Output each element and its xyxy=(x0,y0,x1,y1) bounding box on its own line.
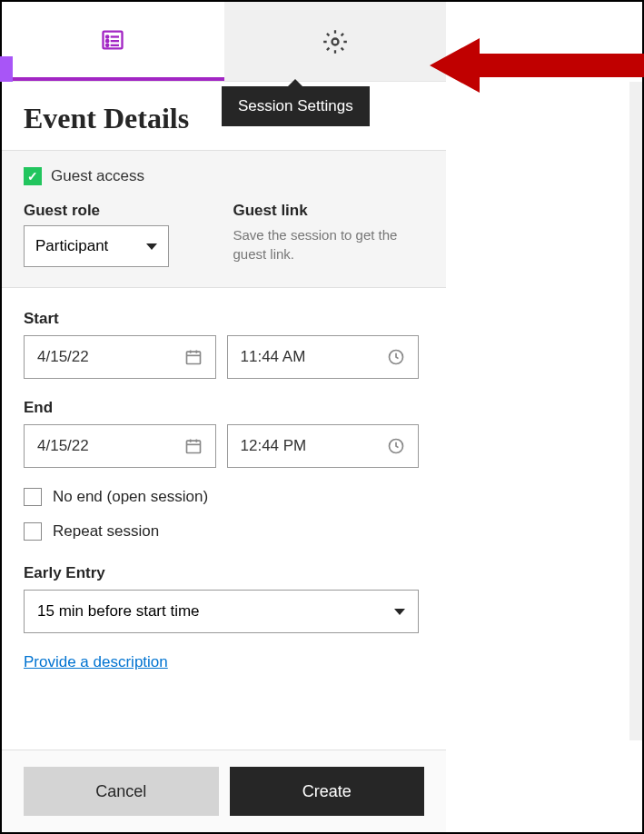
start-label: Start xyxy=(24,310,419,328)
content-scroll: Guest access Guest role Participant Gues… xyxy=(2,150,446,750)
create-button[interactable]: Create xyxy=(230,767,425,816)
early-entry-value: 15 min before start time xyxy=(37,602,200,621)
side-tab-handle[interactable] xyxy=(0,56,13,82)
svg-point-5 xyxy=(106,44,108,45)
svg-rect-8 xyxy=(186,352,200,363)
no-end-label: No end (open session) xyxy=(53,488,208,506)
gear-icon xyxy=(322,29,348,55)
clock-icon xyxy=(387,348,405,366)
end-date-value: 4/15/22 xyxy=(37,437,89,455)
guest-link-hint: Save the session to get the guest link. xyxy=(233,225,425,263)
svg-rect-13 xyxy=(186,441,200,452)
early-entry-select[interactable]: 15 min before start time xyxy=(24,590,419,633)
tab-event-details[interactable] xyxy=(2,2,224,81)
svg-marker-18 xyxy=(430,38,644,93)
no-end-checkbox[interactable] xyxy=(24,488,42,506)
calendar-icon xyxy=(184,437,203,455)
svg-point-3 xyxy=(106,40,108,42)
chevron-down-icon xyxy=(394,609,405,615)
footer-actions: Cancel Create xyxy=(2,750,446,832)
guest-access-section: Guest access Guest role Participant Gues… xyxy=(2,150,446,288)
clock-icon xyxy=(387,437,405,455)
start-date-value: 4/15/22 xyxy=(37,348,89,366)
list-icon xyxy=(100,27,125,53)
end-date-input[interactable]: 4/15/22 xyxy=(24,424,216,468)
start-time-input[interactable]: 11:44 AM xyxy=(227,335,420,379)
guest-link-label: Guest link xyxy=(233,202,425,220)
repeat-session-checkbox[interactable] xyxy=(24,522,42,541)
calendar-icon xyxy=(184,348,203,366)
chevron-down-icon xyxy=(146,243,157,250)
tab-session-settings[interactable] xyxy=(224,2,447,81)
guest-role-label: Guest role xyxy=(24,202,215,220)
cancel-button[interactable]: Cancel xyxy=(24,767,219,816)
svg-point-7 xyxy=(332,38,338,45)
pointer-arrow-annotation xyxy=(430,34,644,97)
end-time-input[interactable]: 12:44 PM xyxy=(227,424,420,468)
scrollbar-track[interactable] xyxy=(629,82,642,740)
start-time-value: 11:44 AM xyxy=(241,348,306,366)
end-time-value: 12:44 PM xyxy=(241,437,307,455)
provide-description-link[interactable]: Provide a description xyxy=(24,653,168,671)
start-date-input[interactable]: 4/15/22 xyxy=(24,335,216,379)
end-label: End xyxy=(24,399,419,417)
guest-access-checkbox[interactable] xyxy=(24,167,42,185)
tooltip-session-settings: Session Settings xyxy=(222,86,370,126)
repeat-session-label: Repeat session xyxy=(53,522,159,541)
early-entry-label: Early Entry xyxy=(24,564,419,582)
guest-role-value: Participant xyxy=(35,237,108,255)
tab-bar xyxy=(2,2,446,82)
svg-point-1 xyxy=(106,35,108,37)
guest-role-select[interactable]: Participant xyxy=(24,225,169,267)
guest-access-label: Guest access xyxy=(51,167,144,185)
